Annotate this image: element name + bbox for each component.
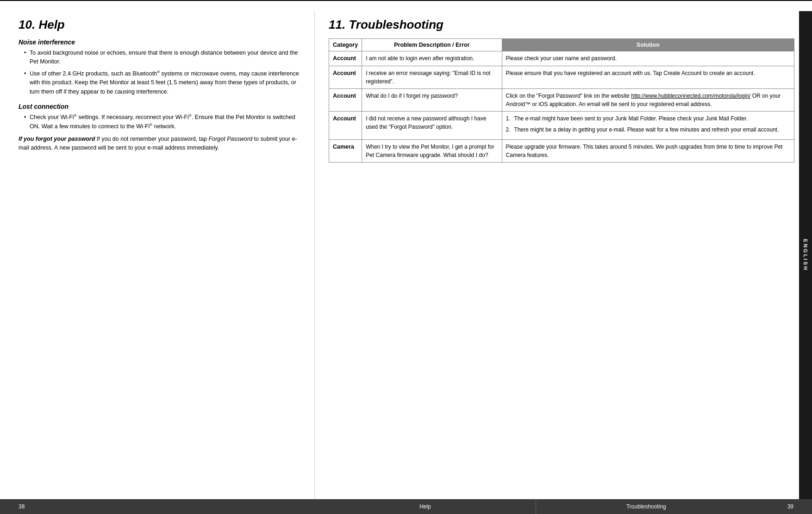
troubleshooting-section-number: 11. <box>329 18 345 31</box>
password-paragraph: If you forgot your password If you do no… <box>19 135 300 153</box>
language-label: ENGLISH <box>803 239 808 271</box>
page-container: 10. Help Noise interference To avoid bac… <box>0 0 812 514</box>
lost-bullet-1: Check your Wi-Fi® settings. If necessary… <box>25 113 300 131</box>
noise-title: Noise interference <box>19 38 300 46</box>
help-section-number: 10. <box>19 18 35 31</box>
header-problem: Problem Description / Error <box>362 39 502 51</box>
category-cell: Account <box>329 88 362 111</box>
solution-cell: Please ensure that you have registered a… <box>502 66 794 88</box>
footer-troubleshooting-label: Troubleshooting <box>626 503 666 510</box>
troubleshoot-table: Category Problem Description / Error Sol… <box>329 38 794 163</box>
footer-help-label: Help <box>419 503 431 510</box>
solution-list-item: 2. There might be a delay in getting you… <box>506 125 790 134</box>
problem-cell: When I try to view the Pet Monitor, I ge… <box>362 139 502 162</box>
category-cell: Camera <box>329 139 362 162</box>
problem-cell: What do I do if I forget my password? <box>362 88 502 111</box>
solution-cell: Please check your user name and password… <box>502 51 794 66</box>
solution-list-item: 1. The e-mail might have been sent to yo… <box>506 114 790 123</box>
troubleshooting-title: 11. Troubleshooting <box>329 18 794 32</box>
solution-cell: Please upgrade your firmware. This takes… <box>502 139 794 162</box>
help-section-label: Help <box>38 18 64 31</box>
solution-cell: Click on the "Forgot Password" link on t… <box>502 88 794 111</box>
lost-bullets: Check your Wi-Fi® settings. If necessary… <box>19 113 300 131</box>
solution-list: 1. The e-mail might have been sent to yo… <box>506 114 790 134</box>
table-row: Account I did not receive a new password… <box>329 111 794 139</box>
noise-bullets: To avoid background noise or echoes, ens… <box>19 49 300 96</box>
problem-cell: I am not able to login even after regist… <box>362 51 502 66</box>
table-row: Account What do I do if I forget my pass… <box>329 88 794 111</box>
content-area: 10. Help Noise interference To avoid bac… <box>0 2 812 499</box>
help-title: 10. Help <box>19 18 300 32</box>
footer-page-left: 38 <box>0 503 315 510</box>
category-cell: Account <box>329 66 362 88</box>
noise-bullet-1-text: To avoid background noise or echoes, ens… <box>30 50 298 65</box>
list-number: 1. <box>506 114 511 123</box>
password-title: If you forgot your password <box>19 136 95 142</box>
troubleshooting-section-label: Troubleshooting <box>349 18 443 31</box>
troubleshooting-section: 11. Troubleshooting Category Problem Des… <box>315 11 799 499</box>
footer-label-right: Troubleshooting <box>536 503 757 510</box>
url-text: http://www.hubbleconnected.com/motorola/… <box>631 93 750 99</box>
category-cell: Account <box>329 51 362 66</box>
noise-bullet-1: To avoid background noise or echoes, ens… <box>25 49 300 67</box>
table-row: Camera When I try to view the Pet Monito… <box>329 139 794 162</box>
header-solution: Solution <box>502 39 794 51</box>
problem-cell: I receive an error message saying: "Emai… <box>362 66 502 88</box>
footer-label-left: Help <box>315 503 536 510</box>
table-row: Account I am not able to login even afte… <box>329 51 794 66</box>
problem-cell: I did not receive a new password althoug… <box>362 111 502 139</box>
page-number-right: 39 <box>787 503 793 510</box>
header-category: Category <box>329 39 362 51</box>
table-row: Account I receive an error message sayin… <box>329 66 794 88</box>
list-number: 2. <box>506 125 511 134</box>
footer: 38 Help Troubleshooting 39 <box>0 499 812 514</box>
page-number-left: 38 <box>19 503 25 510</box>
noise-bullet-2: Use of other 2.4 GHz products, such as B… <box>25 69 300 96</box>
help-section: 10. Help Noise interference To avoid bac… <box>0 11 315 499</box>
footer-page-right: 39 <box>756 503 812 510</box>
solution-cell: 1. The e-mail might have been sent to yo… <box>502 111 794 139</box>
lost-title: Lost connection <box>19 103 300 110</box>
language-tab: ENGLISH <box>799 11 812 499</box>
category-cell: Account <box>329 111 362 139</box>
